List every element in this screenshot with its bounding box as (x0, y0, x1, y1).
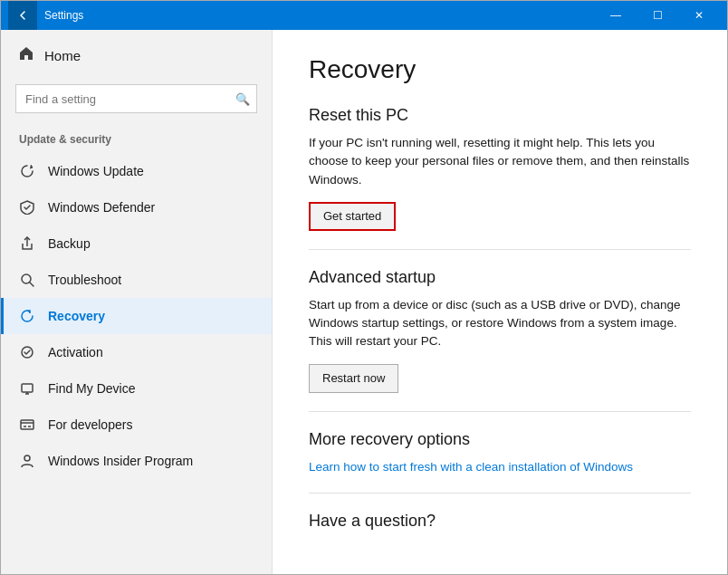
reset-pc-title: Reset this PC (309, 106, 691, 125)
sidebar-item-label: Find My Device (48, 381, 135, 396)
sidebar-item-windows-update[interactable]: Windows Update (1, 153, 272, 189)
sidebar: Home 🔍 Update & security Windows Update (1, 30, 273, 574)
maximize-button[interactable]: ☐ (637, 1, 678, 30)
search-input[interactable] (15, 84, 257, 113)
home-icon (19, 46, 34, 64)
restart-now-button[interactable]: Restart now (309, 364, 398, 393)
windows-update-icon (19, 163, 35, 179)
divider-1 (309, 249, 691, 250)
close-button[interactable]: ✕ (678, 1, 720, 30)
divider-3 (309, 493, 691, 494)
content-area: Recovery Reset this PC If your PC isn't … (273, 30, 727, 574)
sidebar-item-home[interactable]: Home (1, 30, 272, 81)
titlebar-title: Settings (44, 9, 595, 22)
advanced-startup-title: Advanced startup (309, 268, 691, 287)
fresh-install-link[interactable]: Learn how to start fresh with a clean in… (309, 460, 633, 474)
sidebar-item-for-developers[interactable]: For developers (1, 407, 272, 443)
divider-2 (309, 411, 691, 412)
defender-icon (19, 199, 35, 216)
recovery-icon (19, 308, 35, 324)
minimize-button[interactable]: — (595, 1, 637, 30)
developers-icon (19, 417, 35, 433)
sidebar-item-windows-defender[interactable]: Windows Defender (1, 189, 272, 225)
more-recovery-title: More recovery options (309, 430, 691, 449)
sidebar-item-recovery[interactable]: Recovery (1, 298, 272, 334)
window-controls: — ☐ ✕ (595, 1, 720, 30)
get-started-button[interactable]: Get started (309, 202, 396, 231)
sidebar-item-label: Windows Defender (48, 200, 155, 215)
svg-rect-4 (22, 384, 33, 392)
sidebar-item-label: Troubleshoot (48, 273, 121, 287)
svg-line-2 (30, 283, 34, 287)
have-a-question-title: Have a question? (309, 512, 691, 531)
backup-icon (19, 235, 35, 252)
sidebar-item-label: Backup (48, 236, 91, 251)
sidebar-item-label: Windows Update (48, 164, 144, 178)
svg-point-11 (24, 455, 30, 461)
sidebar-item-label: For developers (48, 417, 132, 432)
sidebar-item-find-my-device[interactable]: Find My Device (1, 370, 272, 407)
sidebar-section-label: Update & security (1, 128, 272, 153)
sidebar-item-windows-insider[interactable]: Windows Insider Program (1, 443, 272, 479)
back-button[interactable] (8, 1, 37, 30)
sidebar-item-backup[interactable]: Backup (1, 225, 272, 262)
page-title: Recovery (309, 55, 691, 84)
sidebar-item-troubleshoot[interactable]: Troubleshoot (1, 262, 272, 298)
find-device-icon (19, 380, 35, 397)
sidebar-item-label: Windows Insider Program (48, 454, 193, 468)
insider-icon (19, 453, 35, 469)
search-box: 🔍 (15, 84, 257, 113)
main-layout: Home 🔍 Update & security Windows Update (1, 30, 727, 574)
reset-pc-desc: If your PC isn't running well, resetting… (309, 134, 691, 189)
titlebar: Settings — ☐ ✕ (1, 1, 727, 30)
advanced-startup-desc: Start up from a device or disc (such as … (309, 296, 691, 351)
svg-rect-7 (21, 420, 34, 429)
activation-icon (19, 344, 35, 360)
sidebar-item-label: Recovery (48, 309, 105, 323)
home-label: Home (44, 48, 81, 63)
sidebar-item-label: Activation (48, 345, 103, 359)
sidebar-item-activation[interactable]: Activation (1, 334, 272, 370)
troubleshoot-icon (19, 272, 35, 288)
